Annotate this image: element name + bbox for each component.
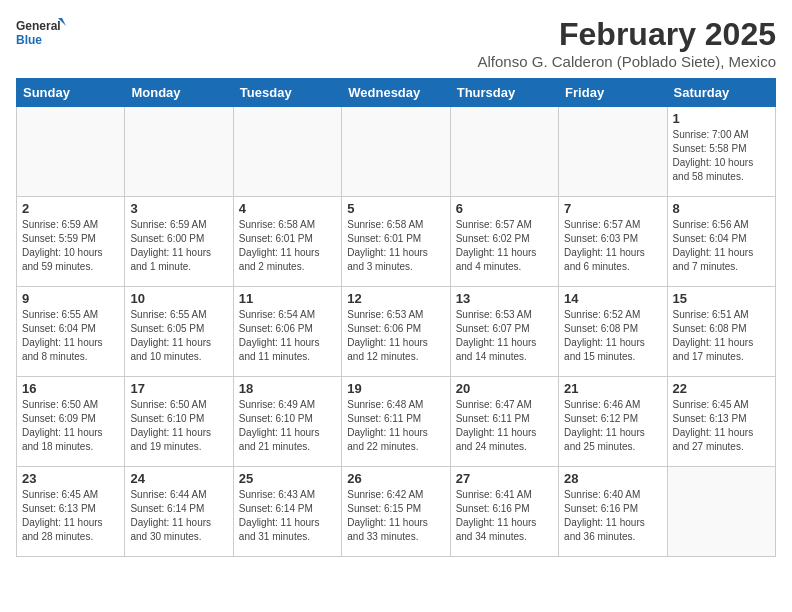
- day-info: Sunrise: 6:47 AM Sunset: 6:11 PM Dayligh…: [456, 398, 553, 454]
- day-info: Sunrise: 6:44 AM Sunset: 6:14 PM Dayligh…: [130, 488, 227, 544]
- day-info: Sunrise: 6:58 AM Sunset: 6:01 PM Dayligh…: [347, 218, 444, 274]
- day-info: Sunrise: 6:56 AM Sunset: 6:04 PM Dayligh…: [673, 218, 770, 274]
- calendar-cell: 6Sunrise: 6:57 AM Sunset: 6:02 PM Daylig…: [450, 197, 558, 287]
- day-info: Sunrise: 6:53 AM Sunset: 6:07 PM Dayligh…: [456, 308, 553, 364]
- calendar-cell: 11Sunrise: 6:54 AM Sunset: 6:06 PM Dayli…: [233, 287, 341, 377]
- day-number: 20: [456, 381, 553, 396]
- calendar-cell: 4Sunrise: 6:58 AM Sunset: 6:01 PM Daylig…: [233, 197, 341, 287]
- day-number: 9: [22, 291, 119, 306]
- day-info: Sunrise: 6:58 AM Sunset: 6:01 PM Dayligh…: [239, 218, 336, 274]
- calendar-cell: 13Sunrise: 6:53 AM Sunset: 6:07 PM Dayli…: [450, 287, 558, 377]
- calendar-cell: 23Sunrise: 6:45 AM Sunset: 6:13 PM Dayli…: [17, 467, 125, 557]
- week-row-5: 23Sunrise: 6:45 AM Sunset: 6:13 PM Dayli…: [17, 467, 776, 557]
- calendar-cell: 27Sunrise: 6:41 AM Sunset: 6:16 PM Dayli…: [450, 467, 558, 557]
- day-number: 27: [456, 471, 553, 486]
- day-number: 3: [130, 201, 227, 216]
- calendar-cell: [559, 107, 667, 197]
- weekday-header-row: SundayMondayTuesdayWednesdayThursdayFrid…: [17, 79, 776, 107]
- day-info: Sunrise: 6:46 AM Sunset: 6:12 PM Dayligh…: [564, 398, 661, 454]
- calendar-cell: 9Sunrise: 6:55 AM Sunset: 6:04 PM Daylig…: [17, 287, 125, 377]
- day-info: Sunrise: 6:45 AM Sunset: 6:13 PM Dayligh…: [673, 398, 770, 454]
- weekday-header-wednesday: Wednesday: [342, 79, 450, 107]
- day-number: 18: [239, 381, 336, 396]
- calendar-cell: 7Sunrise: 6:57 AM Sunset: 6:03 PM Daylig…: [559, 197, 667, 287]
- day-info: Sunrise: 6:51 AM Sunset: 6:08 PM Dayligh…: [673, 308, 770, 364]
- day-number: 26: [347, 471, 444, 486]
- weekday-header-monday: Monday: [125, 79, 233, 107]
- calendar-table: SundayMondayTuesdayWednesdayThursdayFrid…: [16, 78, 776, 557]
- calendar-cell: [342, 107, 450, 197]
- calendar-cell: 25Sunrise: 6:43 AM Sunset: 6:14 PM Dayli…: [233, 467, 341, 557]
- calendar-cell: 19Sunrise: 6:48 AM Sunset: 6:11 PM Dayli…: [342, 377, 450, 467]
- day-info: Sunrise: 7:00 AM Sunset: 5:58 PM Dayligh…: [673, 128, 770, 184]
- day-number: 7: [564, 201, 661, 216]
- calendar-cell: 12Sunrise: 6:53 AM Sunset: 6:06 PM Dayli…: [342, 287, 450, 377]
- calendar-cell: [125, 107, 233, 197]
- day-number: 15: [673, 291, 770, 306]
- day-info: Sunrise: 6:50 AM Sunset: 6:09 PM Dayligh…: [22, 398, 119, 454]
- day-number: 13: [456, 291, 553, 306]
- calendar-cell: [450, 107, 558, 197]
- day-info: Sunrise: 6:53 AM Sunset: 6:06 PM Dayligh…: [347, 308, 444, 364]
- calendar-cell: 21Sunrise: 6:46 AM Sunset: 6:12 PM Dayli…: [559, 377, 667, 467]
- page-header: General Blue February 2025 Alfonso G. Ca…: [16, 16, 776, 70]
- day-number: 28: [564, 471, 661, 486]
- calendar-cell: 16Sunrise: 6:50 AM Sunset: 6:09 PM Dayli…: [17, 377, 125, 467]
- day-number: 14: [564, 291, 661, 306]
- title-block: February 2025 Alfonso G. Calderon (Pobla…: [478, 16, 776, 70]
- calendar-cell: [17, 107, 125, 197]
- day-number: 24: [130, 471, 227, 486]
- day-number: 10: [130, 291, 227, 306]
- day-number: 17: [130, 381, 227, 396]
- day-number: 16: [22, 381, 119, 396]
- calendar-cell: 2Sunrise: 6:59 AM Sunset: 5:59 PM Daylig…: [17, 197, 125, 287]
- calendar-cell: [233, 107, 341, 197]
- calendar-cell: 22Sunrise: 6:45 AM Sunset: 6:13 PM Dayli…: [667, 377, 775, 467]
- svg-text:General: General: [16, 19, 61, 33]
- calendar-cell: 24Sunrise: 6:44 AM Sunset: 6:14 PM Dayli…: [125, 467, 233, 557]
- logo-svg: General Blue: [16, 16, 66, 52]
- day-number: 25: [239, 471, 336, 486]
- logo: General Blue: [16, 16, 66, 52]
- day-info: Sunrise: 6:55 AM Sunset: 6:04 PM Dayligh…: [22, 308, 119, 364]
- day-info: Sunrise: 6:55 AM Sunset: 6:05 PM Dayligh…: [130, 308, 227, 364]
- day-number: 6: [456, 201, 553, 216]
- calendar-cell: 26Sunrise: 6:42 AM Sunset: 6:15 PM Dayli…: [342, 467, 450, 557]
- day-number: 2: [22, 201, 119, 216]
- calendar-cell: 8Sunrise: 6:56 AM Sunset: 6:04 PM Daylig…: [667, 197, 775, 287]
- day-info: Sunrise: 6:57 AM Sunset: 6:02 PM Dayligh…: [456, 218, 553, 274]
- day-number: 19: [347, 381, 444, 396]
- day-info: Sunrise: 6:59 AM Sunset: 6:00 PM Dayligh…: [130, 218, 227, 274]
- day-number: 11: [239, 291, 336, 306]
- week-row-2: 2Sunrise: 6:59 AM Sunset: 5:59 PM Daylig…: [17, 197, 776, 287]
- weekday-header-friday: Friday: [559, 79, 667, 107]
- day-info: Sunrise: 6:54 AM Sunset: 6:06 PM Dayligh…: [239, 308, 336, 364]
- day-info: Sunrise: 6:52 AM Sunset: 6:08 PM Dayligh…: [564, 308, 661, 364]
- day-number: 8: [673, 201, 770, 216]
- day-info: Sunrise: 6:48 AM Sunset: 6:11 PM Dayligh…: [347, 398, 444, 454]
- day-info: Sunrise: 6:42 AM Sunset: 6:15 PM Dayligh…: [347, 488, 444, 544]
- calendar-cell: 3Sunrise: 6:59 AM Sunset: 6:00 PM Daylig…: [125, 197, 233, 287]
- weekday-header-thursday: Thursday: [450, 79, 558, 107]
- day-info: Sunrise: 6:49 AM Sunset: 6:10 PM Dayligh…: [239, 398, 336, 454]
- day-number: 23: [22, 471, 119, 486]
- calendar-cell: [667, 467, 775, 557]
- calendar-cell: 18Sunrise: 6:49 AM Sunset: 6:10 PM Dayli…: [233, 377, 341, 467]
- week-row-3: 9Sunrise: 6:55 AM Sunset: 6:04 PM Daylig…: [17, 287, 776, 377]
- svg-text:Blue: Blue: [16, 33, 42, 47]
- day-info: Sunrise: 6:43 AM Sunset: 6:14 PM Dayligh…: [239, 488, 336, 544]
- day-number: 21: [564, 381, 661, 396]
- weekday-header-tuesday: Tuesday: [233, 79, 341, 107]
- day-number: 1: [673, 111, 770, 126]
- calendar-cell: 17Sunrise: 6:50 AM Sunset: 6:10 PM Dayli…: [125, 377, 233, 467]
- day-number: 4: [239, 201, 336, 216]
- week-row-1: 1Sunrise: 7:00 AM Sunset: 5:58 PM Daylig…: [17, 107, 776, 197]
- calendar-cell: 14Sunrise: 6:52 AM Sunset: 6:08 PM Dayli…: [559, 287, 667, 377]
- day-info: Sunrise: 6:57 AM Sunset: 6:03 PM Dayligh…: [564, 218, 661, 274]
- week-row-4: 16Sunrise: 6:50 AM Sunset: 6:09 PM Dayli…: [17, 377, 776, 467]
- day-info: Sunrise: 6:40 AM Sunset: 6:16 PM Dayligh…: [564, 488, 661, 544]
- day-number: 12: [347, 291, 444, 306]
- calendar-cell: 28Sunrise: 6:40 AM Sunset: 6:16 PM Dayli…: [559, 467, 667, 557]
- calendar-cell: 15Sunrise: 6:51 AM Sunset: 6:08 PM Dayli…: [667, 287, 775, 377]
- month-year-title: February 2025: [478, 16, 776, 53]
